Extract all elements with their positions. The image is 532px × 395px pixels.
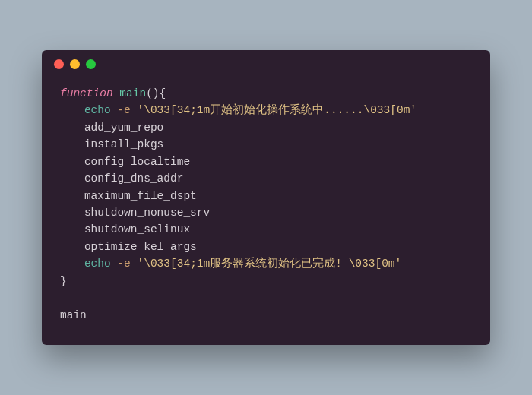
string-literal: '\033[34;1m开始初始化操作系统中......\033[0m' — [138, 104, 417, 116]
maximize-icon[interactable] — [86, 59, 96, 69]
function-name: main — [113, 87, 147, 100]
flag-e: -e — [111, 104, 138, 116]
flag-e: -e — [111, 258, 138, 270]
call-optimize-kel-args: optimize_kel_args — [84, 241, 197, 253]
call-shutdown-selinux: shutdown_selinux — [84, 223, 190, 235]
code-block: function main(){ echo -e '\033[34;1m开始初始… — [42, 79, 490, 346]
window-titlebar — [42, 50, 490, 79]
call-install-pkgs: install_pkgs — [84, 138, 163, 150]
minimize-icon[interactable] — [70, 59, 80, 69]
keyword-function: function — [60, 87, 113, 100]
brace-close: } — [60, 275, 67, 287]
terminal-window: function main(){ echo -e '\033[34;1m开始初始… — [42, 50, 490, 346]
command-echo: echo — [84, 258, 111, 270]
call-shutdown-nonuse-srv: shutdown_nonuse_srv — [84, 207, 210, 219]
call-main: main — [60, 309, 87, 321]
brace-open: (){ — [146, 87, 166, 100]
call-config-dns-addr: config_dns_addr — [84, 172, 184, 185]
call-maximum-file-dspt: maximum_file_dspt — [84, 190, 197, 202]
command-echo: echo — [84, 104, 111, 116]
close-icon[interactable] — [54, 59, 64, 69]
string-literal: '\033[34;1m服务器系统初始化已完成! \033[0m' — [138, 258, 402, 270]
call-add-yum-repo: add_yum_repo — [84, 122, 163, 134]
call-config-localtime: config_localtime — [84, 156, 190, 168]
